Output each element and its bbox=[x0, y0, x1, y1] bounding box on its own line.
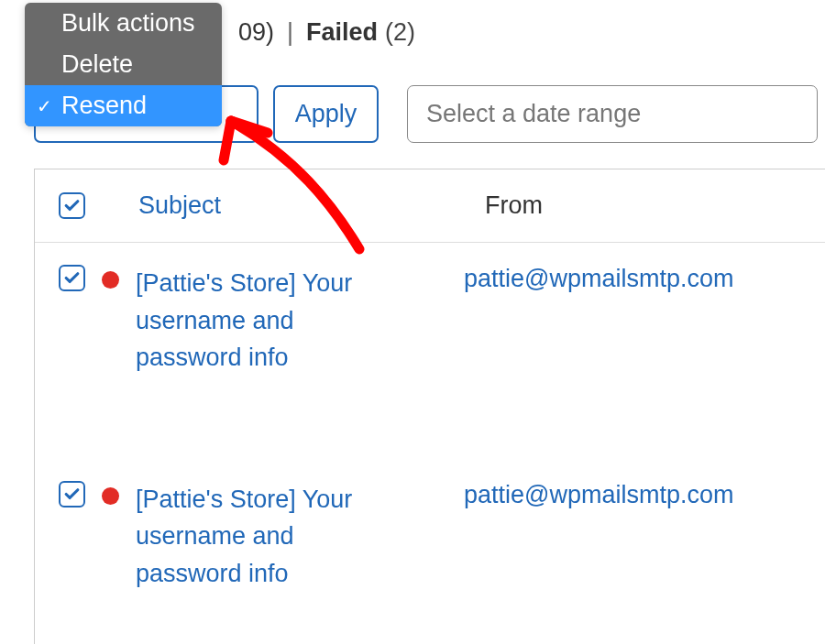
dropdown-item-resend[interactable]: ✓ Resend bbox=[25, 85, 222, 126]
table-row: [Pattie's Store] Your username and passw… bbox=[35, 243, 825, 459]
status-divider: | bbox=[287, 18, 293, 47]
table-header: Subject From bbox=[35, 169, 825, 243]
check-icon bbox=[63, 197, 81, 214]
dropdown-item-bulk-actions[interactable]: Bulk actions bbox=[25, 3, 222, 44]
dropdown-item-delete[interactable]: Delete bbox=[25, 44, 222, 85]
status-dot-failed bbox=[102, 271, 119, 289]
dropdown-item-label: Bulk actions bbox=[61, 9, 195, 37]
column-header-from: From bbox=[485, 191, 543, 220]
date-range-placeholder: Select a date range bbox=[426, 100, 641, 128]
email-from-link[interactable]: pattie@wpmailsmtp.com bbox=[464, 481, 734, 509]
apply-button[interactable]: Apply bbox=[273, 85, 379, 143]
row-checkbox[interactable] bbox=[59, 481, 85, 508]
select-all-checkbox[interactable] bbox=[59, 192, 85, 219]
column-header-subject[interactable]: Subject bbox=[138, 191, 441, 220]
email-log-table: Subject From [Pattie's Store] Your usern… bbox=[34, 169, 825, 644]
bulk-actions-dropdown[interactable]: Bulk actions Delete ✓ Resend bbox=[25, 3, 222, 126]
status-failed-label[interactable]: Failed bbox=[306, 18, 378, 47]
row-checkbox[interactable] bbox=[59, 265, 85, 291]
check-icon bbox=[63, 269, 81, 287]
status-dot-failed bbox=[102, 487, 119, 505]
table-row: [Pattie's Store] Your username and passw… bbox=[35, 459, 825, 645]
date-range-input[interactable]: Select a date range bbox=[407, 85, 818, 143]
dropdown-item-label: Resend bbox=[61, 92, 147, 119]
status-bar: 09) | Failed (2) bbox=[238, 18, 415, 47]
check-icon: ✓ bbox=[37, 95, 52, 117]
status-failed-count: (2) bbox=[385, 18, 415, 47]
dropdown-item-label: Delete bbox=[61, 50, 133, 78]
email-from-link[interactable]: pattie@wpmailsmtp.com bbox=[464, 265, 734, 293]
email-subject-link[interactable]: [Pattie's Store] Your username and passw… bbox=[136, 265, 392, 377]
status-count-suffix: 09) bbox=[238, 18, 274, 47]
check-icon bbox=[63, 486, 81, 503]
email-subject-link[interactable]: [Pattie's Store] Your username and passw… bbox=[136, 481, 392, 593]
